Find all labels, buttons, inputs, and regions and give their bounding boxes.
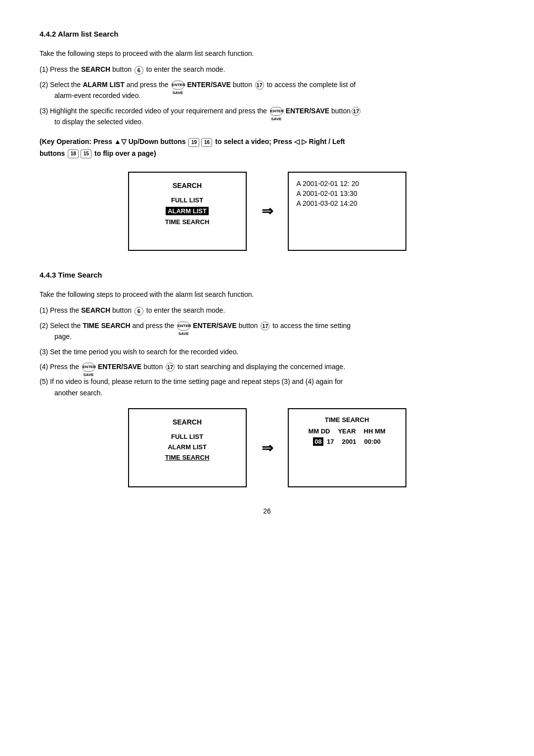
search-button-icon: 6 <box>134 66 143 75</box>
arrow-442: ⇒ <box>262 203 273 219</box>
time-search-values: 08 17 2001 00:00 <box>297 438 398 445</box>
section-442-title: 4.4.2 Alarm list Search <box>40 30 494 38</box>
menu-time-search-442: TIME SEARCH <box>165 218 210 226</box>
section-443-title: 4.4.3 Time Search <box>40 271 494 279</box>
step-443-2: (2) Select the TIME SEARCH and press the… <box>40 320 494 342</box>
updown-icon-19: 19 <box>188 138 199 147</box>
step-443-3: (3) Set the time period you wish to sear… <box>40 346 494 357</box>
section-442-intro: Take the following steps to proceed with… <box>40 48 494 59</box>
search-menu-box-442: SEARCH FULL LIST ALARM LIST TIME SEARCH <box>128 172 247 251</box>
result-item-3: A 2001-03-02 14:20 <box>297 199 398 207</box>
step-443-4: (4) Press the ENTERSAVE ENTER/SAVE butto… <box>40 361 494 372</box>
step-442-1: (1) Press the SEARCH button 6 to enter t… <box>40 64 494 75</box>
enter-save-icon-1: ENTERSAVE <box>172 81 184 90</box>
col-year: YEAR <box>338 427 356 435</box>
results-box-442: A 2001-02-01 12: 20 A 2001-02-01 13:30 A… <box>288 172 406 251</box>
enter-save-icon-4: ENTERSAVE <box>82 363 95 372</box>
time-search-col-headers: MM DD YEAR HH MM <box>297 427 398 435</box>
search-menu-box-443: SEARCH FULL LIST ALARM LIST TIME SEARCH <box>128 408 247 487</box>
updown-icon-15: 15 <box>81 149 91 158</box>
diagram-443: SEARCH FULL LIST ALARM LIST TIME SEARCH … <box>40 408 494 487</box>
updown-icon-16: 16 <box>201 138 212 147</box>
step-443-1: (1) Press the SEARCH button 6 to enter t… <box>40 305 494 316</box>
result-item-1: A 2001-02-01 12: 20 <box>297 180 398 188</box>
enter-save-icon-3: ENTERSAVE <box>177 322 190 331</box>
updown-icon-18: 18 <box>68 149 79 158</box>
arrow-icon: ⇒ <box>262 203 273 219</box>
result-item-2: A 2001-02-01 13:30 <box>297 189 398 197</box>
col-hhmm: HH MM <box>364 427 386 435</box>
btn-17-icon-2: 17 <box>352 107 360 116</box>
time-search-box: TIME SEARCH MM DD YEAR HH MM 08 17 2001 … <box>288 408 406 487</box>
menu-alarm-list-442: ALARM LIST <box>166 207 209 215</box>
menu-alarm-list-443: ALARM LIST <box>168 443 207 451</box>
step-443-5: (5) If no video is found, please return … <box>40 376 494 398</box>
btn-17-icon-3: 17 <box>261 322 269 331</box>
menu-full-list-442: FULL LIST <box>171 196 203 204</box>
menu-time-search-443: TIME SEARCH <box>165 454 210 461</box>
enter-save-icon-2: ENTERSAVE <box>270 107 283 116</box>
val-hhmm: 00:00 <box>364 438 380 445</box>
menu-full-list-443: FULL LIST <box>171 433 203 440</box>
section-443-intro: Take the following steps to proceed with… <box>40 289 494 300</box>
section-442: 4.4.2 Alarm list Search Take the followi… <box>40 30 494 251</box>
step-442-2: (2) Select the ALARM LIST and press the … <box>40 79 494 101</box>
time-search-title: TIME SEARCH <box>297 416 398 424</box>
diagram-442: SEARCH FULL LIST ALARM LIST TIME SEARCH … <box>40 172 494 251</box>
arrow-icon-443: ⇒ <box>262 440 273 456</box>
arrow-443: ⇒ <box>262 440 273 456</box>
val-mmdd: 08 17 <box>313 438 334 445</box>
section-443: 4.4.3 Time Search Take the following ste… <box>40 271 494 487</box>
search-btn-icon-443: 6 <box>134 307 143 316</box>
key-operation-442: (Key Operation: Press ▲▽ Up/Down buttons… <box>40 136 494 160</box>
menu-title-443: SEARCH <box>139 418 236 426</box>
page-number: 26 <box>40 507 494 515</box>
menu-title-442: SEARCH <box>139 182 236 189</box>
val-mm-highlighted: 08 <box>313 437 323 446</box>
btn-17-icon: 17 <box>255 81 264 90</box>
val-year: 2001 <box>342 438 356 445</box>
col-mmdd: MM DD <box>308 427 330 435</box>
btn-17-icon-4: 17 <box>166 363 175 372</box>
step-442-3: (3) Highlight the specific recorded vide… <box>40 105 494 128</box>
